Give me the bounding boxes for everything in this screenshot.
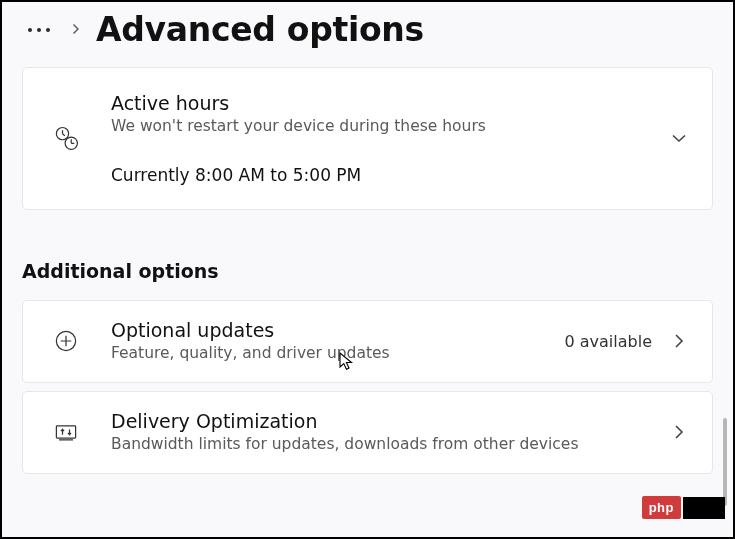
chevron-right-icon: [670, 423, 688, 441]
vertical-scrollbar[interactable]: [723, 418, 727, 506]
delivery-optimization-body: Delivery Optimization Bandwidth limits f…: [111, 410, 648, 455]
active-hours-icon: [43, 124, 89, 152]
delivery-optimization-subtitle: Bandwidth limits for updates, downloads …: [111, 434, 648, 455]
optional-updates-subtitle: Feature, quality, and driver updates: [111, 343, 543, 364]
optional-updates-count: 0 available: [565, 332, 652, 351]
ellipsis-icon[interactable]: [22, 24, 56, 36]
section-label-additional: Additional options: [22, 260, 713, 282]
chevron-right-icon: [70, 22, 82, 38]
delivery-optimization-card[interactable]: Delivery Optimization Bandwidth limits f…: [22, 391, 713, 474]
svg-rect-3: [56, 426, 75, 438]
active-hours-card[interactable]: Active hours We won't restart your devic…: [22, 67, 713, 210]
page-title: Advanced options: [96, 10, 424, 49]
plus-circle-icon: [43, 327, 89, 355]
active-hours-expand[interactable]: [670, 129, 688, 147]
breadcrumb: Advanced options: [22, 2, 713, 67]
settings-page: Advanced options Active hours We won't r…: [2, 2, 733, 537]
optional-updates-body: Optional updates Feature, quality, and d…: [111, 319, 543, 364]
active-hours-title: Active hours: [111, 92, 648, 114]
active-hours-body: Active hours We won't restart your devic…: [111, 92, 648, 185]
optional-updates-card[interactable]: Optional updates Feature, quality, and d…: [22, 300, 713, 383]
chevron-down-icon: [670, 129, 688, 147]
chevron-right-icon: [670, 332, 688, 350]
delivery-optimization-icon: [43, 418, 89, 446]
optional-updates-title: Optional updates: [111, 319, 543, 341]
watermark-php: php: [642, 496, 681, 519]
watermark: php: [642, 496, 725, 519]
active-hours-current: Currently 8:00 AM to 5:00 PM: [111, 165, 648, 185]
delivery-optimization-title: Delivery Optimization: [111, 410, 648, 432]
active-hours-subtitle: We won't restart your device during thes…: [111, 116, 648, 137]
delivery-optimization-trailing: [670, 423, 688, 441]
optional-updates-trailing: 0 available: [565, 332, 688, 351]
watermark-box: [683, 497, 725, 519]
